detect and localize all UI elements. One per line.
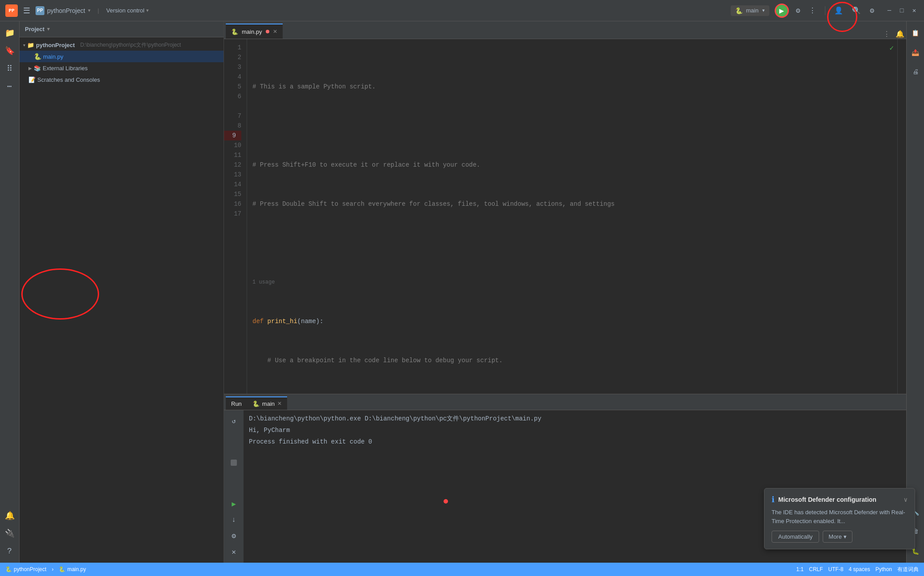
automatically-button[interactable]: Automatically	[772, 531, 819, 543]
bottom-left-icons: ↺ ▶ ↓ ⚙ ✕	[224, 410, 244, 563]
right-sidebar-icon-3[interactable]: 🖨	[908, 64, 924, 80]
notification-expand-icon[interactable]: ∨	[904, 496, 908, 504]
terminal-cursor	[444, 499, 448, 504]
tab-gear-icon[interactable]: ⋮	[883, 30, 890, 39]
notification-body: The IDE has detected Microsoft Defender …	[772, 508, 908, 525]
rerun-icon[interactable]: ↺	[227, 414, 241, 428]
notification-actions: Automatically More ▾	[772, 531, 908, 543]
status-position[interactable]: 1:1	[796, 566, 804, 572]
editor-tab-main-py[interactable]: 🐍 main.py ✕	[226, 24, 283, 39]
scroll-end-icon[interactable]: ↓	[227, 513, 241, 527]
more-chevron-icon: ▾	[844, 533, 847, 540]
run-tab-label: Run	[231, 400, 242, 407]
sidebar-item-notifications[interactable]: 🔔	[2, 508, 18, 524]
close-panel-icon[interactable]: ✕	[227, 545, 241, 559]
version-control-chevron: ▾	[146, 8, 149, 13]
main-tab-close[interactable]: ✕	[277, 400, 282, 407]
status-separator: ›	[52, 566, 53, 572]
project-dropdown-icon: ▾	[47, 26, 50, 32]
code-line-5	[252, 238, 897, 248]
tree-expand-icon: ▶	[28, 66, 32, 71]
hamburger-menu[interactable]: ☰	[23, 6, 30, 16]
play-icon[interactable]: ▶	[227, 497, 241, 511]
file-tree-header: Project ▾	[20, 21, 224, 37]
search-icon[interactable]: 🔍	[850, 4, 863, 17]
minimize-button[interactable]: ─	[885, 6, 894, 15]
status-bar: 🐍 pythonProject › 🐍 main.py 1:1 CRLF UTF…	[0, 563, 924, 576]
sidebar-item-help[interactable]: ?	[2, 543, 18, 559]
terminal-line-1: D:\biancheng\python\python.exe D:\bianch…	[249, 414, 901, 424]
tree-expand-icon: ▾	[23, 43, 25, 48]
file-tree-content: ▾ 📁 pythonProject D:\biancheng\python\pc…	[20, 37, 224, 563]
project-selector[interactable]: PP pythonProject ▾	[36, 6, 91, 15]
sidebar-item-structure[interactable]: ⠿	[2, 60, 18, 76]
stop-icon[interactable]	[231, 460, 237, 466]
status-file[interactable]: 🐍 main.py	[59, 566, 86, 572]
right-sidebar-icon-1[interactable]: 📋	[908, 25, 924, 41]
close-button[interactable]: ✕	[910, 6, 919, 15]
notification-popup: ℹ Microsoft Defender configuration ∨ The…	[764, 488, 915, 549]
code-editor[interactable]: 1 2 3 4 5 6 7 8 9 10 11 12 13	[224, 39, 906, 394]
status-language[interactable]: Python	[876, 566, 892, 572]
tree-item-external-libs[interactable]: ▶ 📚 External Libraries	[20, 62, 224, 74]
tab-python-icon: 🐍	[231, 28, 238, 35]
run-config-chevron: ▾	[762, 8, 765, 13]
status-indent[interactable]: 4 spaces	[849, 566, 870, 572]
notification-title: Microsoft Defender configuration	[778, 496, 876, 503]
tab-close-button[interactable]: ✕	[273, 28, 277, 35]
status-line-ending[interactable]: CRLF	[809, 566, 823, 572]
editor-area: 🐍 main.py ✕ ⋮ 🔔 1 2 3 4 5	[224, 21, 906, 563]
more-options-icon[interactable]: ⋮	[807, 4, 818, 17]
code-check-icon: ✓	[889, 44, 894, 53]
main-tab[interactable]: 🐍 main ✕	[247, 396, 287, 410]
right-tool-sidebar: 📋 📤 🖨 🔧 🗑 🐛	[906, 21, 924, 563]
project-icon: PP	[36, 6, 44, 15]
code-line-3: # Press Shift+F10 to execute it or repla…	[252, 160, 897, 170]
more-button[interactable]: More ▾	[823, 531, 852, 543]
gear-icon[interactable]: ⚙	[868, 4, 876, 17]
status-project[interactable]: 🐍 pythonProject	[5, 566, 46, 572]
tab-modified-indicator	[266, 30, 269, 33]
version-control-menu[interactable]: Version control ▾	[106, 7, 149, 14]
project-name-label: pythonProject	[47, 7, 85, 14]
settings-panel-icon[interactable]: ⚙	[227, 529, 241, 543]
scratch-icon: 📝	[28, 76, 36, 83]
maximize-button[interactable]: □	[897, 6, 906, 15]
code-content[interactable]: ✓ # This is a sample Python script. # Pr…	[247, 39, 897, 394]
sidebar-item-project[interactable]: 📁	[2, 25, 18, 41]
lib-folder-icon: 📚	[34, 65, 41, 72]
terminal-line-2: Hi, PyCharm	[249, 425, 901, 435]
tree-item-main-py[interactable]: 🐍 main.py	[20, 51, 224, 62]
status-encoding[interactable]: UTF-8	[828, 566, 844, 572]
settings-icon[interactable]: ⚙	[794, 4, 802, 17]
tree-item-scratches[interactable]: 📝 Scratches and Consoles	[20, 74, 224, 85]
code-line-4: # Press Double Shift to search everywher…	[252, 199, 897, 209]
editor-minimap	[897, 39, 906, 394]
file-tree-panel: Project ▾ ▾ 📁 pythonProject D:\biancheng…	[20, 21, 224, 563]
notification-header: ℹ Microsoft Defender configuration ∨	[772, 495, 908, 504]
run-configuration[interactable]: 🐍 main ▾	[731, 5, 769, 16]
project-chevron-icon: ▾	[88, 8, 91, 13]
bottom-tabs: Run 🐍 main ✕	[224, 394, 906, 410]
notification-info-icon: ℹ	[772, 495, 775, 504]
line-numbers: 1 2 3 4 5 6 7 8 9 10 11 12 13	[224, 39, 247, 394]
code-line-8: # Use a breakpoint in the code line belo…	[252, 356, 897, 365]
left-sidebar: 📁 🔖 ⠿ ⋯ 🔔 🔌 ?	[0, 21, 20, 563]
python-file-icon: 🐍	[34, 53, 41, 60]
main-tab-icon: 🐍	[252, 400, 260, 407]
folder-icon: 📁	[27, 42, 34, 48]
run-button[interactable]: ▶	[775, 4, 789, 18]
tree-item-root[interactable]: ▾ 📁 pythonProject D:\biancheng\python\pc…	[20, 39, 224, 51]
run-tab[interactable]: Run	[226, 396, 247, 410]
right-sidebar-icon-2[interactable]: 📤	[908, 44, 924, 60]
sidebar-item-plugins[interactable]: 🔌	[2, 525, 18, 541]
terminal-line-3: Process finished with exit code 0	[249, 437, 901, 447]
sidebar-item-more[interactable]: ⋯	[2, 78, 18, 94]
app-logo: PP	[5, 4, 18, 17]
vcs-icon[interactable]: 👤	[832, 4, 845, 17]
code-line-usage: 1 usage	[252, 277, 897, 287]
title-bar: PP ☰ PP pythonProject ▾ | Version contro…	[0, 0, 924, 21]
sidebar-item-bookmarks[interactable]: 🔖	[2, 43, 18, 59]
notifications-bell-icon[interactable]: 🔔	[896, 30, 904, 39]
status-vcs[interactable]: 有道词典	[897, 566, 919, 573]
